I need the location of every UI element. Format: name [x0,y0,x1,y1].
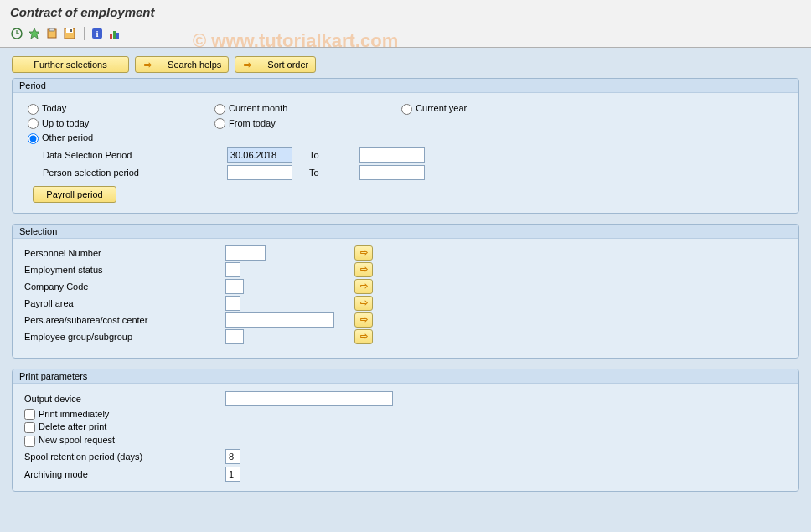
svg-text:i: i [96,28,99,39]
sort-order-button[interactable]: ⇨Sort order [235,56,316,73]
jobs-icon[interactable] [45,27,59,40]
selection-header: Selection [13,225,798,239]
print-header: Print parameters [13,369,798,384]
toolbar-divider [84,27,85,40]
employment-status-label: Employment status [24,265,225,275]
employment-status-input[interactable] [225,262,240,277]
output-device-label: Output device [24,394,225,404]
personnel-number-multi-button[interactable]: ⇨ [354,245,373,261]
archiving-mode-label: Archiving mode [24,469,225,479]
employee-group-input[interactable] [225,329,244,344]
svg-rect-12 [113,31,116,39]
archiving-mode-input[interactable] [225,467,240,482]
data-selection-to-input[interactable] [359,147,425,163]
employee-group-label: Employee group/subgroup [24,332,225,342]
employment-status-multi-button[interactable]: ⇨ [354,262,373,277]
person-selection-from-input[interactable] [227,165,292,180]
arrow-right-icon: ⇨ [242,59,252,70]
output-device-input[interactable] [225,391,393,406]
delete-after-print-checkbox[interactable]: Delete after print [24,421,106,431]
payroll-area-label: Payroll area [24,298,225,308]
payroll-area-multi-button[interactable]: ⇨ [354,296,373,311]
selection-panel: Selection Personnel Number ⇨ Employment … [12,224,799,359]
toolbar: i [0,23,811,48]
print-parameters-panel: Print parameters Output device Print imm… [12,369,799,492]
company-code-multi-button[interactable]: ⇨ [354,279,373,294]
person-selection-to-input[interactable] [359,165,425,180]
top-button-row: Further selections ⇨Search helps ⇨Sort o… [0,48,811,78]
svg-rect-11 [110,34,112,39]
execute-icon[interactable] [10,27,23,40]
radio-from-today[interactable]: From today [214,118,332,130]
personnel-number-label: Personnel Number [24,248,225,258]
data-selection-from-input[interactable] [227,147,292,163]
radio-other-period[interactable]: Other period [28,132,145,144]
further-selections-button[interactable]: Further selections [12,56,129,73]
person-selection-period-label: Person selection period [43,168,227,178]
sort-order-label: Sort order [267,59,308,70]
arrow-right-icon: ⇨ [142,59,152,70]
print-immediately-checkbox[interactable]: Print immediately [24,409,109,419]
spool-retention-input[interactable] [225,449,240,464]
period-header: Period [13,79,798,93]
svg-rect-5 [49,28,54,31]
search-helps-button[interactable]: ⇨Search helps [135,56,229,73]
page-title: Contract of employment [10,5,801,19]
stats-icon[interactable] [108,27,121,40]
svg-rect-13 [116,33,119,39]
radio-today[interactable]: Today [28,103,145,115]
data-selection-period-label: Data Selection Period [43,150,227,160]
company-code-input[interactable] [225,279,244,294]
period-panel: Period Today Current month Current year … [12,78,799,214]
pers-area-input[interactable] [225,312,334,328]
payroll-period-button[interactable]: Payroll period [33,186,116,203]
data-selection-to-label: To [309,150,359,160]
radio-current-year[interactable]: Current year [401,103,519,115]
search-helps-label: Search helps [168,59,221,70]
svg-marker-3 [29,28,39,39]
employee-group-multi-button[interactable]: ⇨ [354,329,373,344]
company-code-label: Company Code [24,281,225,292]
person-selection-to-label: To [309,168,359,178]
personnel-number-input[interactable] [225,245,266,261]
header-bar: Contract of employment [0,0,811,23]
svg-rect-8 [70,29,72,32]
radio-up-to-today[interactable]: Up to today [28,118,145,130]
spool-retention-label: Spool retention period (days) [24,452,225,462]
payroll-area-input[interactable] [225,296,240,311]
new-spool-request-checkbox[interactable]: New spool request [24,435,115,445]
pers-area-label: Pers.area/subarea/cost center [24,315,225,325]
info-icon[interactable]: i [90,27,104,40]
radio-current-month[interactable]: Current month [214,103,332,115]
save-icon[interactable] [63,27,76,40]
pers-area-multi-button[interactable]: ⇨ [354,312,373,328]
variant-icon[interactable] [28,27,41,40]
